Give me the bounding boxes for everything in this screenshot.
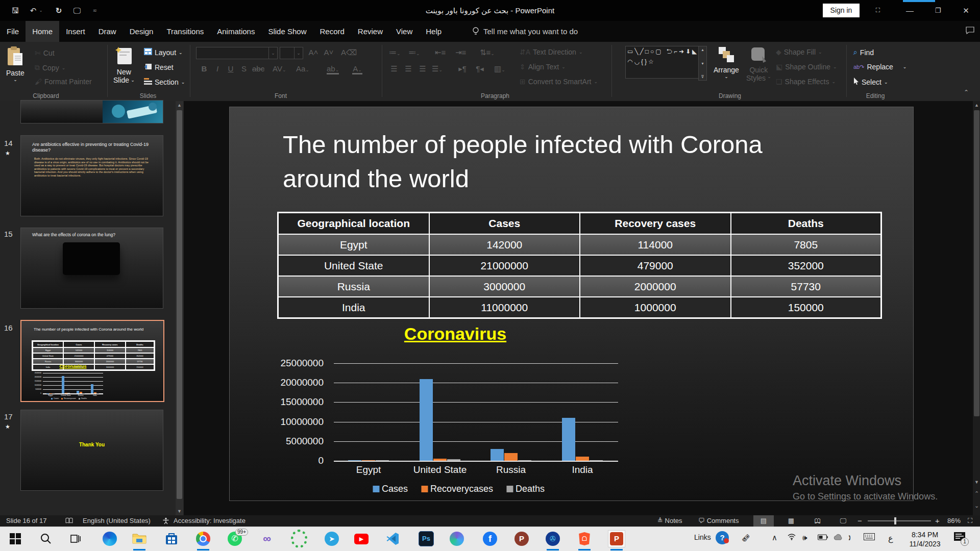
language-indicator[interactable]: English (United States): [83, 515, 151, 527]
taskbar-icon-task-view[interactable]: [67, 531, 84, 547]
taskbar-icon-media-player[interactable]: ✇: [545, 531, 561, 547]
tab-design[interactable]: Design: [123, 21, 160, 42]
tab-animations[interactable]: Animations: [210, 21, 261, 42]
increase-indent-icon[interactable]: ⇥≡: [455, 48, 466, 57]
tab-transitions[interactable]: Transitions: [160, 21, 210, 42]
align-right-icon[interactable]: ☰: [418, 64, 428, 73]
reading-view-button[interactable]: 🕮: [807, 515, 828, 527]
ribbon-display-options-icon[interactable]: ⛶: [868, 0, 888, 21]
tab-draw[interactable]: Draw: [92, 21, 123, 42]
close-button[interactable]: ✕: [952, 0, 980, 21]
volume-icon[interactable]: 🕪: [802, 533, 807, 542]
sign-in-button[interactable]: Sign in: [823, 4, 860, 17]
numbering-icon[interactable]: ≕⌄: [408, 48, 420, 57]
layout-button[interactable]: Layout⌄: [144, 48, 183, 57]
slide-sorter-view-button[interactable]: ▦: [781, 515, 801, 527]
touch-keyboard-icon[interactable]: [864, 533, 875, 542]
tab-file[interactable]: File: [0, 21, 26, 42]
zoom-level[interactable]: 86%: [947, 515, 961, 527]
taskbar-icon-telegram[interactable]: ➤: [324, 531, 340, 547]
shapes-gallery-scroll[interactable]: ▴▾⊽: [698, 46, 707, 81]
ltr-direction-icon[interactable]: ▸¶: [457, 64, 468, 73]
tab-review[interactable]: Review: [351, 21, 389, 42]
zoom-slider-track[interactable]: [868, 520, 931, 521]
change-case-icon[interactable]: Aa⌄: [296, 64, 309, 73]
normal-view-button[interactable]: ▤: [753, 515, 774, 527]
zoom-slider-thumb[interactable]: [894, 517, 896, 524]
links-toolbar[interactable]: Links: [694, 533, 711, 541]
copy-button[interactable]: ⧉Copy⌄: [35, 63, 65, 72]
decrease-font-size-icon[interactable]: A˅: [324, 48, 334, 57]
restore-button[interactable]: ❐: [924, 0, 952, 21]
minimize-button[interactable]: —: [896, 0, 924, 21]
shape-fill-button[interactable]: ◆Shape Fill⌄: [776, 48, 822, 56]
character-spacing-icon[interactable]: A︎V⌄: [273, 64, 286, 73]
reset-button[interactable]: Reset: [144, 63, 174, 71]
thumbnail-scrollbar[interactable]: ▲ ▼: [176, 101, 183, 515]
bullets-icon[interactable]: ≔⌄: [389, 48, 401, 57]
share-comment-icon[interactable]: [966, 27, 974, 36]
clear-formatting-icon[interactable]: A⌫: [341, 48, 357, 57]
arrange-button[interactable]: Arrange ⌄: [714, 46, 739, 79]
quick-styles-button[interactable]: Quick Styles⌄: [746, 46, 771, 82]
tell-me-box[interactable]: Tell me what you want to do: [472, 21, 578, 42]
taskbar-icon-store[interactable]: [163, 531, 180, 547]
taskbar-icon-start[interactable]: [7, 531, 23, 547]
text-direction-button[interactable]: ⇵AText Direction⌄: [520, 48, 582, 56]
language-tray-indicator[interactable]: ع: [888, 533, 893, 543]
select-button[interactable]: Select⌄: [853, 78, 888, 86]
tab-record[interactable]: Record: [313, 21, 351, 42]
scroll-up-icon[interactable]: ▲: [176, 103, 183, 108]
shape-effects-button[interactable]: ❏Shape Effects⌄: [776, 78, 836, 86]
taskbar-icon-brave[interactable]: ᗝ: [576, 531, 593, 547]
taskbar-icon-photoshop[interactable]: Ps: [418, 531, 434, 547]
collapse-ribbon-icon[interactable]: ⌃: [964, 89, 969, 96]
cut-button[interactable]: ✄Cut: [35, 49, 55, 57]
section-button[interactable]: Section⌄: [144, 78, 185, 86]
taskbar-icon-search[interactable]: [38, 531, 54, 547]
notification-center-icon[interactable]: 1: [953, 532, 967, 545]
canvas-scroll-down-icon[interactable]: ▼: [973, 480, 980, 485]
clock[interactable]: 8:34 PM 11/4/2023: [904, 530, 945, 548]
new-slide-button[interactable]: New Slide⌄: [113, 46, 135, 84]
slide-17-thumbnail[interactable]: Thank You: [20, 410, 163, 491]
zoom-in-icon[interactable]: +: [935, 515, 940, 527]
fit-slide-to-window-icon[interactable]: ⛶: [968, 515, 972, 527]
help-tray-icon[interactable]: ?: [716, 531, 729, 544]
text-shadow-icon[interactable]: S: [239, 64, 249, 73]
canvas-scrollbar-thumb[interactable]: [974, 110, 979, 416]
increase-font-size-icon[interactable]: A˄: [308, 48, 318, 57]
comments-button[interactable]: 🗩 Comments: [698, 515, 739, 527]
next-slide-icon[interactable]: ⌄: [973, 503, 980, 509]
slide-14-thumbnail[interactable]: Are antibiotics effective in preventing …: [20, 135, 163, 216]
tab-home[interactable]: Home: [26, 21, 59, 42]
decrease-indent-icon[interactable]: ⇤≡: [435, 48, 446, 57]
justify-icon[interactable]: ☰⌄: [432, 64, 443, 73]
align-text-button[interactable]: ⇕Align Text⌄: [520, 63, 566, 71]
rtl-direction-icon[interactable]: ¶◂: [475, 64, 485, 73]
spell-check-icon[interactable]: [65, 515, 73, 528]
notes-button[interactable]: ≜ Notes: [657, 515, 682, 527]
columns-icon[interactable]: ▥⌄: [494, 64, 505, 73]
taskbar-icon-visual-studio[interactable]: ∞: [259, 531, 275, 547]
taskbar-icon-psiphon[interactable]: P: [513, 531, 530, 547]
replace-button[interactable]: ab↷Replace⌄: [853, 63, 906, 71]
highlight-color-icon[interactable]: ab⌄: [327, 64, 339, 74]
canvas-scroll-up-icon[interactable]: ▲: [973, 103, 980, 108]
taskbar-icon-copilot[interactable]: [449, 531, 465, 547]
battery-icon[interactable]: [818, 533, 828, 542]
slide-15-thumbnail[interactable]: What are the effects of corona on the lu…: [20, 228, 163, 309]
hidden-icons-chevron-icon[interactable]: ∧: [772, 533, 777, 542]
align-center-icon[interactable]: ☰: [403, 64, 413, 73]
underline-icon[interactable]: U: [226, 64, 236, 73]
phone-link-icon[interactable]: 🕽: [848, 533, 851, 542]
shapes-gallery[interactable]: ▭╲╱□○▢ ⮌⌐➜⬇◣ ◠◡{}☆: [625, 46, 702, 79]
taskbar-icon-facebook[interactable]: f: [482, 531, 498, 547]
shape-outline-button[interactable]: ⬕Shape Outline⌄: [776, 63, 837, 71]
tab-slide-show[interactable]: Slide Show: [261, 21, 313, 42]
slide-16-editor[interactable]: The number of people infected with Coron…: [229, 107, 914, 501]
thumbnail-scrollbar-thumb[interactable]: [177, 110, 182, 499]
taskbar-icon-vscode[interactable]: [385, 531, 401, 547]
slide-13-thumbnail[interactable]: [20, 100, 163, 123]
taskbar-icon-file-explorer[interactable]: [131, 531, 148, 547]
